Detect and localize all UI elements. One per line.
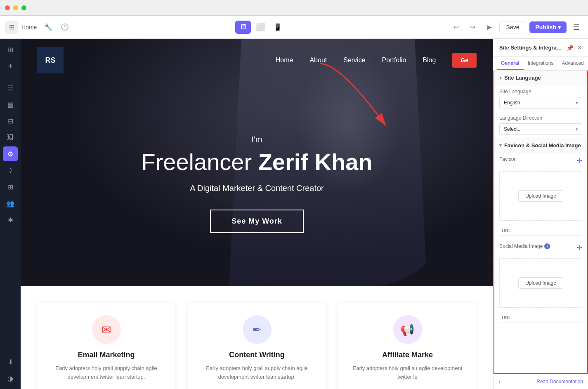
site-language-select[interactable]: English French Spanish German xyxy=(499,97,582,108)
social-media-url-label: URL xyxy=(502,315,511,320)
service-card-affiliate: 📢 Affiliate Marke Early adopters holy gr… xyxy=(338,303,477,389)
nav-home[interactable]: Home xyxy=(276,57,293,64)
panel-header: Site Settings & Integratio... 📌 ✕ xyxy=(494,39,588,57)
favicon-url-container: URL xyxy=(499,226,582,236)
media-sidebar-icon[interactable]: 🖼 xyxy=(3,130,18,145)
grid-sidebar-icon[interactable]: ⊞ xyxy=(3,179,18,194)
publish-button[interactable]: Publish ▾ xyxy=(529,21,567,33)
main-area: ⊞ + ☰ ▦ ⊟ 🖼 ⚙ ⤸ ⊞ 👥 ✱ ⬇ ◑ xyxy=(0,39,588,389)
wrench-icon[interactable]: 🔧 xyxy=(42,21,55,34)
view-toggle: 🖥 ⬜ 📱 xyxy=(235,21,286,34)
tab-general[interactable]: General xyxy=(497,57,524,70)
tablet-view-btn[interactable]: ⬜ xyxy=(253,21,268,34)
panel-pin-icon[interactable]: 📌 xyxy=(567,45,574,51)
play-icon[interactable]: ▶ xyxy=(483,21,496,34)
service-desc-content: Early adopters holy grail supply chain a… xyxy=(196,364,318,382)
more-sidebar-icon[interactable]: ◑ xyxy=(3,371,18,386)
apps-sidebar-icon[interactable]: ⊞ xyxy=(3,42,18,57)
panel-footer: ‹ Read Documentation xyxy=(494,374,588,389)
download-sidebar-icon[interactable]: ⬇ xyxy=(3,354,18,369)
services-section: ✉ Email Marketing Early adopters holy gr… xyxy=(21,286,493,389)
social-media-label: Social Media Image i xyxy=(499,243,550,249)
right-panel: Site Settings & Integratio... 📌 ✕ Genera… xyxy=(493,39,588,389)
social-media-add-icon[interactable]: ✢ xyxy=(577,244,582,252)
pages-sidebar-icon[interactable]: ☰ xyxy=(3,80,18,95)
favicon-section-header[interactable]: ▾ Favicon & Social Media Image xyxy=(494,138,587,153)
traffic-light-close[interactable] xyxy=(5,5,10,10)
service-title-email: Email Marketing xyxy=(45,351,167,359)
plugins-sidebar-icon[interactable]: ✱ xyxy=(3,212,18,227)
nav-portfolio[interactable]: Portfolio xyxy=(382,57,406,64)
language-direction-select[interactable]: Select... LTR RTL xyxy=(499,123,582,135)
social-media-url-input[interactable] xyxy=(499,314,582,323)
left-sidebar: ⊞ + ☰ ▦ ⊟ 🖼 ⚙ ⤸ ⊞ 👥 ✱ ⬇ ◑ xyxy=(0,39,21,389)
site-language-label: Site Language xyxy=(499,89,582,94)
nav-service[interactable]: Service xyxy=(343,57,365,64)
redo-icon[interactable]: ↪ xyxy=(466,21,479,34)
chevron-down-icon: ▾ xyxy=(499,75,502,80)
nav-about[interactable]: About xyxy=(309,57,327,64)
desktop-view-btn[interactable]: 🖥 xyxy=(235,21,251,34)
tab-advanced[interactable]: Advanced xyxy=(557,57,588,70)
hero-description: A Digital Marketer & Content Creator xyxy=(190,184,324,193)
favicon-upload-button[interactable]: Upload Image xyxy=(518,190,563,202)
site-nav: RS Home About Service Portfolio Blog Ge xyxy=(21,39,493,82)
shapes-sidebar-icon[interactable]: ⤸ xyxy=(3,163,18,178)
hero-subtitle: I'm xyxy=(251,135,262,144)
favicon-url-wrap: URL xyxy=(494,224,587,240)
social-media-upload-box: Upload Image xyxy=(499,258,582,308)
apps-grid-icon[interactable]: ⊞ xyxy=(5,21,18,34)
add-element-icon[interactable]: + xyxy=(3,59,18,73)
nav-cta-button[interactable]: Ge xyxy=(452,53,477,68)
save-button[interactable]: Save xyxy=(499,21,527,33)
traffic-light-maximize[interactable] xyxy=(21,5,26,10)
service-card-content: ✒ Content Writing Early adopters holy gr… xyxy=(188,303,326,389)
site-logo: RS xyxy=(37,47,64,73)
social-media-url-wrap: URL xyxy=(494,311,587,327)
nav-links: Home About Service Portfolio Blog xyxy=(276,57,436,64)
title-bar xyxy=(0,0,588,16)
tab-integrations[interactable]: Integrations xyxy=(524,57,558,70)
favicon-field: Favicon ✢ xyxy=(494,153,587,168)
see-my-work-button[interactable]: See My Work xyxy=(210,210,304,233)
favicon-section-label: Favicon & Social Media Image xyxy=(504,142,581,149)
site-language-section-header[interactable]: ▾ Site Language xyxy=(494,71,587,85)
service-title-affiliate: Affiliate Marke xyxy=(347,351,468,359)
social-media-info-icon[interactable]: i xyxy=(544,243,550,249)
service-desc-email: Early adopters holy grail supply chain a… xyxy=(45,364,167,382)
email-icon: ✉ xyxy=(92,315,121,344)
users-sidebar-icon[interactable]: 👥 xyxy=(3,196,18,211)
toolbar-actions: ↩ ↪ ▶ Save Publish ▾ ☰ xyxy=(450,21,583,34)
toolbar: ⊞ Home 🔧 🕐 🖥 ⬜ 📱 ↩ ↪ ▶ Save Publish ▾ ☰ xyxy=(0,16,588,39)
site-language-section-label: Site Language xyxy=(504,75,541,81)
social-media-field: Social Media Image i ✢ xyxy=(494,240,587,255)
read-documentation-button[interactable]: Read Documentation xyxy=(501,379,583,384)
favicon-label: Favicon xyxy=(499,156,517,162)
panel-content: ▾ Site Language Site Language English Fr… xyxy=(494,71,588,374)
site-language-field: Site Language English French Spanish Ger… xyxy=(494,85,587,112)
nav-blog[interactable]: Blog xyxy=(423,57,436,64)
hero-title: Freelancer Zerif Khan xyxy=(141,149,372,175)
language-direction-field: Language Direction Select... LTR RTL xyxy=(494,112,587,138)
website-preview: RS Home About Service Portfolio Blog Ge … xyxy=(21,39,493,389)
settings-sidebar-icon[interactable]: ⚙ xyxy=(3,146,18,161)
favicon-add-icon[interactable]: ✢ xyxy=(577,157,582,165)
undo-icon[interactable]: ↩ xyxy=(450,21,463,34)
service-card-email: ✉ Email Marketing Early adopters holy gr… xyxy=(37,303,175,389)
home-label[interactable]: Home xyxy=(21,24,37,31)
service-desc-affiliate: Early adopters holy grail su agile devel… xyxy=(347,364,468,382)
panel-footer-nav: ‹ Read Documentation xyxy=(494,374,588,389)
favicon-url-label: URL xyxy=(502,228,511,233)
traffic-light-minimize[interactable] xyxy=(13,5,18,10)
panel-close-icon[interactable]: ✕ xyxy=(577,44,582,52)
mobile-view-btn[interactable]: 📱 xyxy=(270,21,286,34)
sections-sidebar-icon[interactable]: ▦ xyxy=(3,97,18,112)
layers-sidebar-icon[interactable]: ⊟ xyxy=(3,113,18,128)
history-icon[interactable]: 🕐 xyxy=(58,21,71,34)
social-media-upload-button[interactable]: Upload Image xyxy=(518,277,563,289)
favicon-field-row: Favicon ✢ xyxy=(499,156,582,165)
language-direction-select-wrap: Select... LTR RTL xyxy=(499,123,582,135)
menu-button[interactable]: ☰ xyxy=(570,21,583,34)
favicon-url-input[interactable] xyxy=(499,226,582,236)
language-direction-label: Language Direction xyxy=(499,115,582,121)
